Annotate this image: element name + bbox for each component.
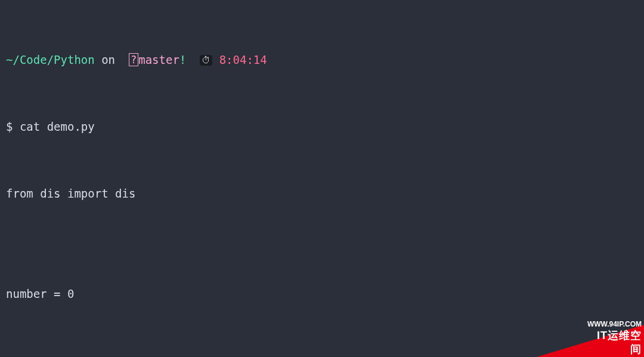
prompt-line-1: ~/Code/Python on ?master! ⏱ 8:04:14 — [6, 51, 638, 68]
dirty-indicator: ! — [179, 53, 186, 66]
source-line: number = 0 — [6, 285, 638, 302]
branch-name: master — [138, 53, 179, 66]
clock-icon: ⏱ — [200, 55, 212, 66]
source-line — [6, 235, 638, 252]
prompt-symbol: $ — [6, 120, 13, 133]
terminal-screen[interactable]: ~/Code/Python on ?master! ⏱ 8:04:14 $ ca… — [0, 0, 644, 357]
command-text: cat demo.py — [20, 120, 95, 133]
branch-icon: ? — [129, 53, 138, 66]
command-line-1: $ cat demo.py — [6, 118, 638, 135]
timestamp: 8:04:14 — [219, 53, 267, 66]
source-line — [6, 336, 638, 352]
source-line: from dis import dis — [6, 185, 638, 202]
cwd-path: ~/Code/Python — [6, 53, 95, 66]
on-label: on — [101, 53, 115, 66]
